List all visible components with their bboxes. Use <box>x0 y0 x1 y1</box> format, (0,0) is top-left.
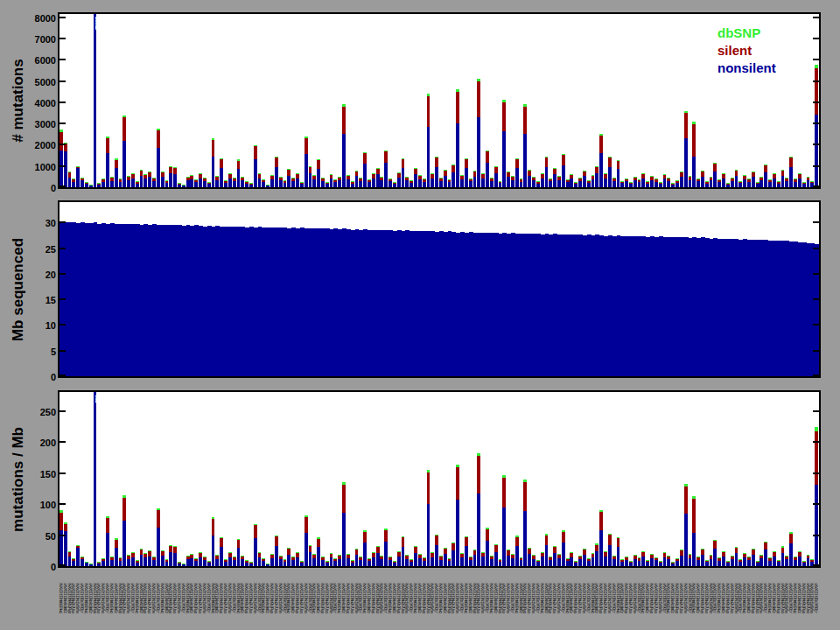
bar-segment <box>634 180 637 187</box>
bar-segment <box>617 537 620 538</box>
bar-segment <box>692 499 696 533</box>
bar <box>557 14 561 187</box>
bar-segment <box>785 178 788 180</box>
bar <box>284 14 287 187</box>
bar-segment <box>72 179 75 182</box>
bar-segment <box>186 556 190 560</box>
bar-segment <box>380 180 383 187</box>
bar-segment <box>64 531 67 566</box>
bar-segment <box>629 183 633 185</box>
bar-segment <box>646 560 649 562</box>
bar-segment <box>203 181 206 187</box>
bar-segment <box>789 534 793 544</box>
bar <box>617 14 620 187</box>
bar-segment <box>528 171 531 176</box>
bar <box>460 14 464 187</box>
bar-segment <box>794 182 797 187</box>
bar-segment <box>173 174 177 187</box>
bar-segment <box>72 182 75 187</box>
bar-segment <box>802 184 806 187</box>
bar-segment <box>684 514 688 566</box>
bar-segment <box>764 164 767 165</box>
bar <box>562 392 565 566</box>
bar-segment <box>304 515 308 517</box>
bar-segment <box>689 177 692 180</box>
bar-segment <box>376 547 380 553</box>
bar <box>245 392 248 566</box>
bar-segment <box>625 181 628 187</box>
bar <box>355 14 359 187</box>
bar-segment <box>333 561 337 566</box>
bar-segment <box>182 564 186 564</box>
bar-segment <box>144 174 147 175</box>
bar-segment <box>781 548 785 554</box>
bar <box>388 14 392 187</box>
bar-segment <box>760 555 763 556</box>
bar-segment <box>692 533 696 566</box>
bar <box>680 392 683 566</box>
bar-segment <box>638 561 641 566</box>
bar <box>203 392 206 566</box>
bar <box>376 392 380 566</box>
bar-segment <box>388 181 392 187</box>
bar-segment <box>237 161 241 170</box>
bar-segment <box>692 122 696 124</box>
bar-segment <box>140 170 144 171</box>
bar <box>304 392 308 566</box>
bar-segment <box>465 536 468 537</box>
bar-segment <box>304 136 308 138</box>
bar-segment <box>798 552 802 556</box>
bar-segment <box>254 145 257 147</box>
y-tick-label: 50 <box>4 531 56 542</box>
bar-segment <box>595 543 598 544</box>
bar <box>89 14 93 187</box>
bar-segment <box>220 537 223 538</box>
bar-segment <box>502 478 506 508</box>
bar <box>599 14 603 187</box>
bar-segment <box>68 172 72 172</box>
bar-segment <box>287 176 290 187</box>
sample-id-label: xXxXtIllIWa4q8mEz <box>494 583 498 612</box>
bar-segment <box>127 177 130 180</box>
bar-segment <box>414 168 417 169</box>
bar-segment <box>351 182 354 184</box>
y-tick-mark <box>60 122 66 124</box>
bar-segment <box>781 546 785 547</box>
bar <box>608 392 612 566</box>
bar-segment <box>410 183 413 187</box>
bar-segment <box>258 178 262 187</box>
bar <box>249 392 253 566</box>
bar-segment <box>207 561 211 563</box>
y-tick-label: 100 <box>4 500 56 510</box>
bar-segment <box>423 182 426 187</box>
bar-segment <box>355 549 359 550</box>
bar-segment <box>541 552 544 556</box>
bar-segment <box>152 178 156 180</box>
bar-segment <box>486 163 489 187</box>
bar-segment <box>338 177 341 180</box>
bar-segment <box>435 536 438 545</box>
bar-segment <box>233 557 236 560</box>
bar <box>760 392 763 566</box>
bar-segment <box>738 181 742 183</box>
bar <box>689 14 692 187</box>
bar-segment <box>169 166 172 167</box>
bar <box>178 14 181 187</box>
bar-segment <box>430 178 434 187</box>
bar-segment <box>764 550 767 566</box>
bar-segment <box>321 557 325 560</box>
bar-segment <box>515 537 519 547</box>
bar-segment <box>338 559 341 566</box>
bar-segment <box>557 558 561 566</box>
bar-segment <box>136 563 139 566</box>
bar-segment <box>94 392 97 566</box>
bar-segment <box>309 552 312 566</box>
bar-segment <box>574 182 578 184</box>
bar-segment <box>760 558 763 566</box>
y-tick-mark <box>813 441 819 443</box>
y-tick-mark <box>813 59 819 60</box>
bar-segment <box>140 171 144 176</box>
bar-segment <box>752 555 755 566</box>
bar-segment <box>212 140 215 157</box>
bar <box>646 14 649 187</box>
